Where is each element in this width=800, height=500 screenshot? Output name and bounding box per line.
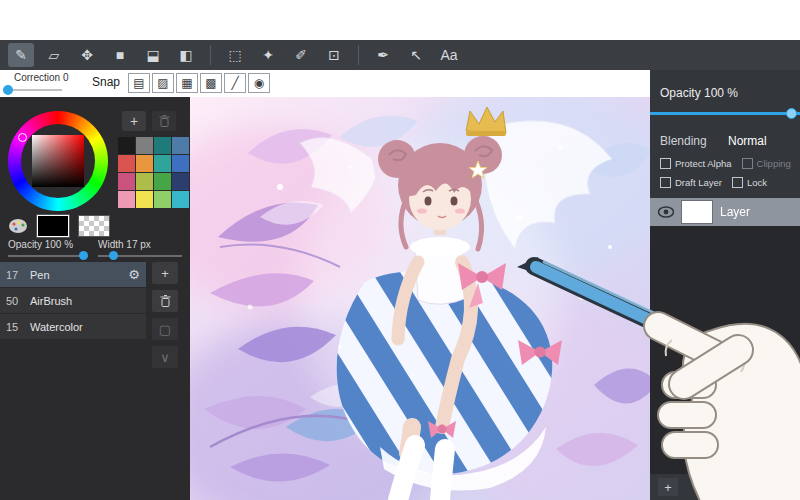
color-swatch[interactable]: [118, 137, 135, 154]
trash-icon: [777, 481, 788, 493]
canvas[interactable]: [190, 97, 650, 500]
correction-slider[interactable]: [4, 89, 62, 91]
color-swatch[interactable]: [136, 155, 153, 172]
brush-name: AirBrush: [30, 295, 140, 307]
move-brush-down-button[interactable]: ∨: [152, 346, 178, 368]
brush-opacity-knob[interactable]: [79, 251, 88, 260]
color-swatch[interactable]: [172, 137, 189, 154]
brush-settings-gear-icon[interactable]: ⚙: [128, 267, 140, 282]
toolbar-divider: [210, 45, 211, 65]
layer-options-row-2: Draft Layer Lock: [660, 177, 767, 188]
delete-swatch-button[interactable]: [152, 111, 176, 131]
snap-vanishing-icon[interactable]: ╱: [224, 73, 246, 93]
color-swatch[interactable]: [118, 173, 135, 190]
hue-selector-dot[interactable]: [18, 133, 27, 142]
layer-options-row-1: Protect Alpha Clipping: [660, 158, 791, 169]
color-swatch[interactable]: [118, 155, 135, 172]
main-toolbar: ✎ ▱ ✥ ■ ⬓ ◧ ⬚ ✦ ✐ ⊡ ✒ ↖ Aa: [0, 40, 800, 70]
snap-grid-icon[interactable]: ▦: [176, 73, 198, 93]
checkbox-label: Protect Alpha: [675, 158, 732, 169]
checkbox-label: Draft Layer: [675, 177, 722, 188]
brush-item-pen[interactable]: 17 Pen ⚙: [0, 262, 146, 288]
foreground-color-swatch[interactable]: [37, 215, 69, 237]
layer-name: Layer: [720, 205, 750, 219]
snap-dense-grid-icon[interactable]: ▩: [200, 73, 222, 93]
blending-label: Blending: [660, 134, 707, 148]
layer-opacity-knob[interactable]: [786, 108, 797, 119]
magic-wand-tool-icon[interactable]: ✦: [255, 43, 281, 67]
blending-dropdown[interactable]: Normal: [728, 134, 767, 148]
checkbox-label: Lock: [747, 177, 767, 188]
brush-name: Pen: [30, 269, 128, 281]
color-wheel[interactable]: [8, 111, 108, 211]
shape-tool-icon[interactable]: ■: [107, 43, 133, 67]
select-pen-tool-icon[interactable]: ✐: [288, 43, 314, 67]
checkbox-box[interactable]: [732, 177, 743, 188]
brush-width-slider[interactable]: [98, 255, 182, 257]
delete-layer-button[interactable]: [772, 478, 792, 496]
color-swatch[interactable]: [136, 173, 153, 190]
move-tool-icon[interactable]: ✥: [74, 43, 100, 67]
select-tool-icon[interactable]: ⬚: [222, 43, 248, 67]
snap-label: Snap: [92, 75, 120, 89]
protect-alpha-checkbox[interactable]: Protect Alpha: [660, 158, 732, 169]
color-swatch[interactable]: [154, 173, 171, 190]
trash-icon: [159, 115, 170, 127]
foreground-color-row: [8, 215, 110, 237]
canvas-artwork: [190, 97, 650, 500]
checkbox-box[interactable]: [660, 158, 671, 169]
snap-crosshatch-icon[interactable]: ▨: [152, 73, 174, 93]
snap-parallel-icon[interactable]: ▤: [128, 73, 150, 93]
layer-list-empty-area[interactable]: [650, 226, 800, 474]
color-swatch-grid: [118, 137, 189, 208]
correction-label: Correction 0: [14, 72, 68, 83]
brush-item-airbrush[interactable]: 50 AirBrush: [0, 288, 146, 314]
palette-icon[interactable]: [8, 218, 28, 234]
delete-brush-button[interactable]: [152, 290, 178, 312]
color-swatch[interactable]: [118, 191, 135, 208]
brush-width-label: Width 17 px: [98, 239, 151, 250]
color-swatch[interactable]: [136, 191, 153, 208]
add-swatch-button[interactable]: +: [122, 111, 146, 131]
duplicate-brush-button[interactable]: ▢: [152, 318, 178, 340]
color-swatch[interactable]: [172, 173, 189, 190]
saturation-value-square[interactable]: [32, 135, 84, 187]
bucket-tool-icon[interactable]: ⬓: [140, 43, 166, 67]
cursor-tool-icon[interactable]: ↖: [403, 43, 429, 67]
gradient-tool-icon[interactable]: ◧: [173, 43, 199, 67]
layer-folder-button[interactable]: ▤: [744, 478, 764, 496]
left-panel: + Opacity 100 % Width 17 px: [0, 97, 190, 500]
color-swatch[interactable]: [172, 155, 189, 172]
clipping-checkbox: Clipping: [742, 158, 791, 169]
color-swatch[interactable]: [136, 137, 153, 154]
brush-size: 50: [6, 295, 30, 307]
brush-opacity-label: Opacity 100 %: [8, 239, 73, 250]
select-eraser-tool-icon[interactable]: ⊡: [321, 43, 347, 67]
brush-list: 17 Pen ⚙ 50 AirBrush 15 Watercolor: [0, 262, 146, 340]
lock-checkbox[interactable]: Lock: [732, 177, 767, 188]
draft-layer-checkbox[interactable]: Draft Layer: [660, 177, 722, 188]
color-swatch[interactable]: [154, 137, 171, 154]
transparent-color-swatch[interactable]: [78, 215, 110, 237]
checkbox-box[interactable]: [660, 177, 671, 188]
layer-opacity-slider[interactable]: [650, 112, 800, 115]
correction-slider-knob[interactable]: [3, 85, 13, 95]
color-swatch[interactable]: [154, 191, 171, 208]
brush-size: 17: [6, 269, 30, 281]
color-swatch[interactable]: [172, 191, 189, 208]
brush-size: 15: [6, 321, 30, 333]
brush-opacity-slider[interactable]: [8, 255, 88, 257]
add-layer-button[interactable]: +: [658, 478, 678, 496]
add-brush-button[interactable]: +: [152, 262, 178, 284]
brush-width-knob[interactable]: [109, 251, 118, 260]
checkbox-label: Clipping: [757, 158, 791, 169]
stylus-tool-icon[interactable]: ✒: [370, 43, 396, 67]
pen-tool-icon[interactable]: ✎: [8, 43, 34, 67]
eraser-tool-icon[interactable]: ▱: [41, 43, 67, 67]
snap-radial-icon[interactable]: ◉: [248, 73, 270, 93]
color-swatch[interactable]: [154, 155, 171, 172]
layer-item-selected[interactable]: Layer: [650, 198, 800, 226]
visibility-eye-icon[interactable]: [658, 206, 674, 218]
text-tool-icon[interactable]: Aa: [436, 43, 462, 67]
brush-item-watercolor[interactable]: 15 Watercolor: [0, 314, 146, 340]
